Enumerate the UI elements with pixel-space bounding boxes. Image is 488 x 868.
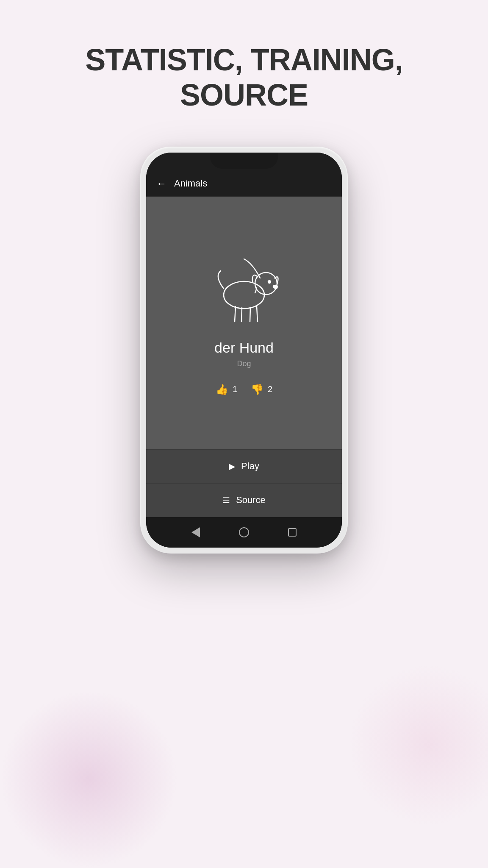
word-card: der Hund Dog 👍 1 👎 2	[146, 197, 342, 449]
play-button[interactable]: ▶ Play	[146, 449, 342, 483]
nav-back-button[interactable]	[190, 526, 202, 538]
phone-mockup: ← Animals	[140, 147, 348, 554]
thumbs-down-icon: 👎	[251, 384, 263, 395]
svg-point-3	[273, 285, 277, 288]
svg-point-1	[255, 273, 277, 295]
back-button[interactable]: ←	[156, 178, 166, 189]
home-nav-icon	[239, 527, 249, 537]
dog-illustration	[202, 250, 286, 327]
word-translation: Dog	[237, 359, 251, 368]
svg-line-4	[235, 306, 236, 322]
nav-home-button[interactable]	[238, 526, 250, 538]
svg-point-2	[268, 281, 271, 283]
phone-screen: ← Animals	[146, 153, 342, 548]
dislike-item[interactable]: 👎 2	[251, 384, 272, 395]
action-buttons: ▶ Play ☰ Source	[146, 449, 342, 517]
source-button[interactable]: ☰ Source	[146, 483, 342, 517]
page-title: STATISTIC, TRAINING, SOURCE	[85, 42, 402, 113]
source-label: Source	[236, 495, 266, 506]
header-title: Animals	[174, 178, 207, 189]
svg-line-6	[250, 307, 250, 322]
svg-line-7	[257, 306, 258, 322]
dislike-count: 2	[268, 384, 272, 394]
vote-row: 👍 1 👎 2	[216, 384, 272, 395]
play-icon: ▶	[229, 461, 235, 471]
bg-decoration-right	[348, 665, 488, 826]
back-nav-icon	[191, 527, 200, 537]
app-header: ← Animals	[146, 171, 342, 197]
svg-point-0	[224, 281, 264, 309]
phone-shell: ← Animals	[140, 147, 348, 554]
like-count: 1	[233, 384, 237, 394]
nav-recent-button[interactable]	[286, 526, 298, 538]
word-main: der Hund	[214, 339, 274, 356]
recent-nav-icon	[288, 528, 297, 537]
bg-decoration-left	[0, 690, 178, 868]
svg-line-5	[241, 308, 242, 322]
phone-navbar	[146, 517, 342, 548]
like-item[interactable]: 👍 1	[216, 384, 237, 395]
thumbs-up-icon: 👍	[216, 384, 228, 395]
play-label: Play	[241, 461, 259, 472]
source-icon: ☰	[222, 495, 230, 505]
phone-notch	[210, 153, 278, 169]
